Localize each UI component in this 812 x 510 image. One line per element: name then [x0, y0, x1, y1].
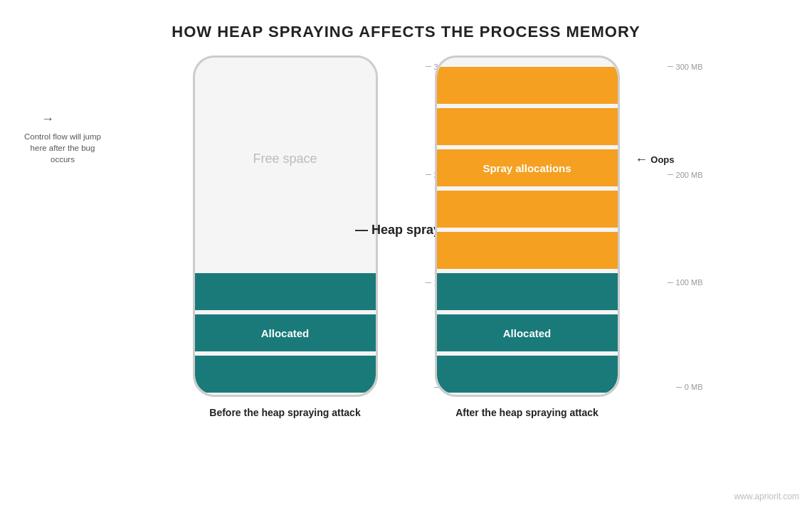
after-scale-0: 0 MB: [685, 383, 703, 391]
after-memory-block: [437, 273, 618, 310]
after-memory-block: [437, 108, 618, 145]
after-phone: Free space Spray allocationsAllocated ← …: [435, 55, 620, 397]
before-diagram: Free space Allocated 300 MB 200 MB 100 M…: [193, 55, 378, 418]
after-memory-block: Spray allocations: [437, 149, 618, 186]
after-scale-300: 300 MB: [676, 63, 703, 71]
after-memory-block: [437, 232, 618, 269]
after-memory-container: Spray allocationsAllocated: [437, 58, 618, 395]
oops-annotation: ← Oops: [635, 152, 674, 167]
before-memory-block: Allocated: [195, 314, 376, 351]
after-diagram-label: After the heap spraying attack: [455, 407, 599, 418]
before-diagram-label: Before the heap spraying attack: [209, 407, 360, 418]
after-memory-block: Allocated: [437, 314, 618, 351]
watermark: www.apriorit.com: [734, 492, 799, 501]
diagrams-container: Free space Allocated 300 MB 200 MB 100 M…: [0, 55, 812, 418]
after-memory-block: [437, 191, 618, 228]
after-scale-200: 200 MB: [676, 171, 703, 179]
before-memory-container: Allocated: [195, 58, 376, 395]
before-phone: Free space Allocated 300 MB 200 MB 100 M…: [193, 55, 378, 397]
oops-label: Oops: [650, 154, 674, 165]
page-title: HOW HEAP SPRAYING AFFECTS THE PROCESS ME…: [0, 0, 812, 41]
before-memory-block: [195, 273, 376, 310]
after-memory-block: [437, 356, 618, 393]
after-scale-100: 100 MB: [676, 278, 703, 287]
before-memory-block: [195, 356, 376, 393]
after-memory-block: [437, 67, 618, 104]
oops-arrow-icon: ←: [635, 152, 648, 167]
after-diagram: Free space Spray allocationsAllocated ← …: [435, 55, 620, 418]
